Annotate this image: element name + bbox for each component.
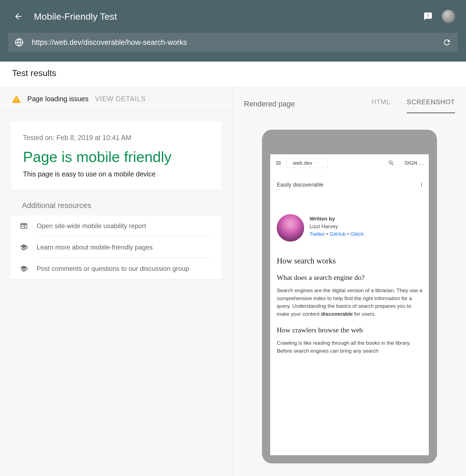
search-icon[interactable]: [388, 160, 395, 166]
rendered-page-label: Rendered page: [244, 100, 295, 108]
back-arrow-icon[interactable]: [11, 9, 26, 24]
preview-breadcrumb: Easily discoverable I: [270, 172, 429, 198]
article-h2: How crawlers browse the web: [277, 326, 422, 334]
content: Page loading issues VIEW DETAILS Tested …: [0, 87, 466, 476]
right-panel: Rendered page HTML SCREENSHOT web.dev SI…: [233, 87, 466, 476]
view-details-button[interactable]: VIEW DETAILS: [95, 95, 146, 103]
site-name-box[interactable]: web.dev: [287, 158, 328, 168]
dot-separator: •: [347, 231, 351, 237]
article-h2: What does a search engine do?: [277, 274, 422, 282]
author-info: Written by Lizzi Harvey Twitter • GitHub…: [310, 214, 364, 242]
article-paragraph: Search engines are the digital version o…: [277, 287, 422, 318]
school-icon: [20, 265, 28, 273]
results-title: Test results: [0, 62, 466, 87]
user-avatar[interactable]: [442, 10, 455, 23]
url-bar[interactable]: https://web.dev/discoverable/how-search-…: [8, 33, 458, 52]
resource-learn-more[interactable]: Learn more about mobile-friendly pages: [11, 237, 222, 258]
web-icon: [20, 222, 28, 230]
app-header: Mobile-Friendly Test https://web.dev/dis…: [0, 0, 466, 62]
verdict-heading: Page is mobile friendly: [23, 148, 210, 165]
tested-on-text: Tested on: Feb 8, 2019 at 10:41 AM: [23, 134, 210, 142]
link-glitch[interactable]: Glitch: [351, 231, 364, 237]
article-body: How search works What does a search engi…: [270, 247, 429, 362]
phone-screen: web.dev SIGN … Easily discoverable I Wri…: [270, 154, 429, 455]
resources-card: Open site-wide mobile usability report L…: [11, 215, 222, 279]
issues-label: Page loading issues: [27, 95, 89, 103]
resource-label: Learn more about mobile-friendly pages: [37, 243, 213, 258]
feedback-icon[interactable]: [421, 9, 435, 24]
link-twitter[interactable]: Twitter: [310, 231, 325, 237]
globe-icon: [15, 38, 24, 47]
author-block: Written by Lizzi Harvey Twitter • GitHub…: [270, 198, 429, 247]
verdict-subtext: This page is easy to use on a mobile dev…: [23, 170, 210, 178]
breadcrumb-separator: I: [421, 182, 422, 188]
dot-separator: •: [326, 231, 330, 237]
preview-toolbar: web.dev SIGN …: [270, 154, 429, 172]
tab-screenshot[interactable]: SCREENSHOT: [407, 95, 455, 113]
written-by-label: Written by: [310, 216, 364, 222]
article-h1: How search works: [277, 256, 422, 265]
left-panel: Page loading issues VIEW DETAILS Tested …: [0, 87, 233, 476]
breadcrumb-text[interactable]: Easily discoverable: [277, 182, 324, 188]
tab-html[interactable]: HTML: [371, 95, 390, 113]
loading-issues-row: Page loading issues VIEW DETAILS: [0, 87, 233, 111]
resource-label: Post comments or questions to our discus…: [37, 265, 213, 279]
header-row: Mobile-Friendly Test: [0, 0, 466, 33]
right-header: Rendered page HTML SCREENSHOT: [244, 95, 455, 119]
resource-usability-report[interactable]: Open site-wide mobile usability report: [11, 215, 222, 237]
author-name: Lizzi Harvey: [310, 224, 364, 230]
tabs: HTML SCREENSHOT: [371, 95, 455, 113]
url-input[interactable]: https://web.dev/discoverable/how-search-…: [32, 38, 442, 47]
result-card: Tested on: Feb 8, 2019 at 10:41 AM Page …: [11, 122, 222, 190]
warning-icon: [12, 95, 21, 103]
author-avatar: [277, 214, 304, 242]
app-title: Mobile-Friendly Test: [34, 11, 117, 22]
refresh-icon[interactable]: [442, 38, 451, 47]
menu-icon[interactable]: [275, 160, 282, 166]
school-icon: [20, 243, 28, 251]
article-paragraph: Crawling is like reading through all the…: [277, 339, 422, 355]
resource-label: Open site-wide mobile usability report: [37, 222, 213, 237]
author-links: Twitter • GitHub • Glitch: [310, 231, 364, 237]
phone-frame: web.dev SIGN … Easily discoverable I Wri…: [262, 130, 437, 463]
resource-discussion[interactable]: Post comments or questions to our discus…: [11, 258, 222, 279]
sign-in-button[interactable]: SIGN …: [404, 160, 424, 166]
link-github[interactable]: GitHub: [330, 231, 346, 237]
resources-title: Additional resources: [22, 201, 222, 210]
